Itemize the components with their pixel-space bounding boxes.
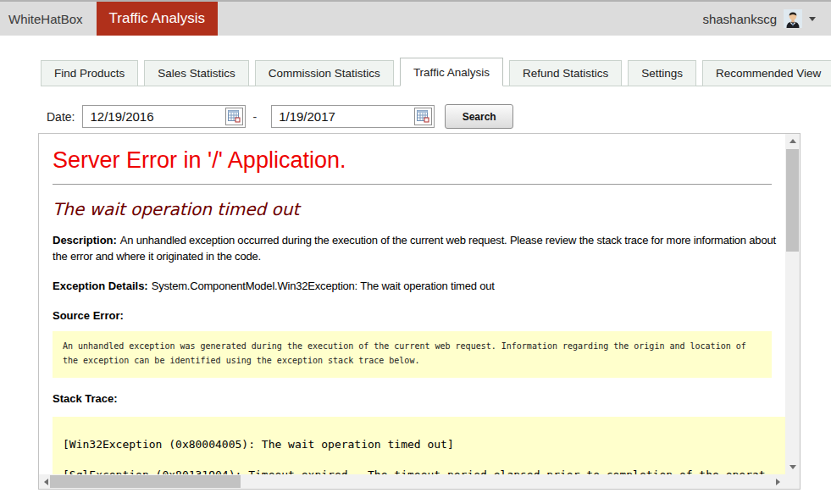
error-page-viewport: Server Error in '/' Application. The wai…	[39, 134, 785, 474]
scroll-up-button[interactable]	[785, 134, 800, 148]
horizontal-scrollbar-thumb[interactable]	[50, 475, 241, 488]
date-from-input[interactable]	[83, 109, 225, 124]
tab-find-products[interactable]: Find Products	[41, 60, 138, 86]
tab-commission-statistics[interactable]: Commission Statistics	[255, 60, 394, 86]
date-from-box	[82, 105, 246, 128]
calendar-icon	[228, 110, 241, 123]
exception-details-text: System.ComponentModel.Win32Exception: Th…	[152, 280, 495, 292]
search-button[interactable]: Search	[445, 104, 513, 129]
stack-trace-label: Stack Trace:	[53, 392, 118, 405]
user-avatar	[784, 9, 802, 28]
tab-recommended-view[interactable]: Recommended View	[702, 60, 831, 86]
tab-strip: Find Products Sales Statistics Commissio…	[41, 58, 801, 86]
tab-refund-statistics[interactable]: Refund Statistics	[509, 60, 622, 86]
date-from-calendar-button[interactable]	[225, 108, 243, 125]
stack-trace-box: [Win32Exception (0x80004005): The wait o…	[53, 417, 785, 474]
description-text: An unhandled exception occurred during t…	[53, 234, 776, 263]
scrollbar-corner	[785, 474, 800, 489]
tab-settings[interactable]: Settings	[628, 60, 696, 86]
results-panel: Server Error in '/' Application. The wai…	[38, 133, 801, 490]
date-label: Date:	[47, 110, 75, 124]
date-to-input[interactable]	[272, 109, 414, 124]
exception-details-label: Exception Details:	[53, 280, 148, 292]
date-to-calendar-button[interactable]	[414, 108, 432, 125]
arrow-up-icon	[789, 139, 796, 143]
date-to-box	[271, 105, 435, 128]
scroll-down-button[interactable]	[785, 460, 800, 474]
tab-traffic-analysis[interactable]: Traffic Analysis	[400, 58, 503, 86]
tab-sales-statistics[interactable]: Sales Statistics	[144, 60, 249, 86]
error-subtitle: The wait operation timed out	[53, 199, 785, 219]
date-range-separator: -	[252, 110, 257, 124]
username-label: shashankscg	[702, 12, 777, 26]
vertical-scrollbar-thumb[interactable]	[786, 149, 799, 252]
vertical-scrollbar[interactable]	[785, 134, 800, 474]
top-bar: WhiteHatBox Traffic Analysis shashankscg	[0, 0, 831, 36]
source-error-heading: Source Error:	[53, 308, 785, 324]
source-error-label: Source Error:	[53, 309, 124, 322]
arrow-down-icon	[789, 465, 796, 469]
horizontal-scrollbar[interactable]	[39, 474, 785, 489]
arrow-left-icon	[44, 479, 48, 485]
description-label: Description:	[53, 234, 117, 246]
user-menu[interactable]: shashankscg	[702, 2, 831, 36]
source-error-box: An unhandled exception was generated dur…	[53, 331, 772, 378]
date-filter-row: Date: - Search	[47, 104, 831, 129]
stack-trace-text: [Win32Exception (0x80004005): The wait o…	[63, 437, 785, 474]
brand-logo[interactable]: WhiteHatBox	[0, 2, 91, 36]
calendar-icon	[417, 110, 429, 123]
arrow-right-icon	[776, 479, 780, 485]
stack-trace-heading: Stack Trace:	[53, 391, 785, 407]
active-app-title[interactable]: Traffic Analysis	[97, 2, 218, 36]
title-divider	[53, 184, 772, 185]
server-error-title: Server Error in '/' Application.	[53, 147, 785, 174]
error-description: Description:An unhandled exception occur…	[53, 233, 785, 265]
scroll-right-button[interactable]	[771, 474, 785, 489]
chevron-down-icon	[809, 17, 816, 21]
exception-details: Exception Details:System.ComponentModel.…	[53, 279, 785, 295]
